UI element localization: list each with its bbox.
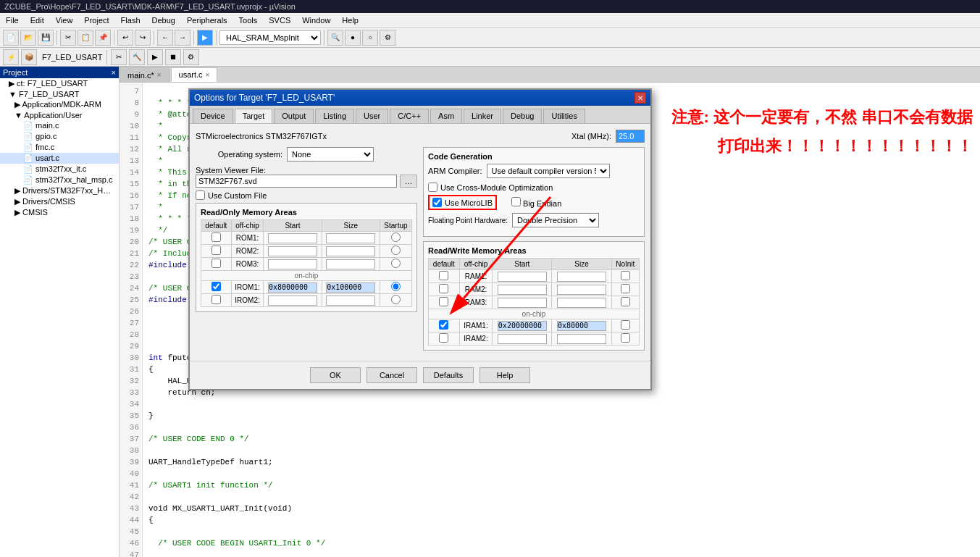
menu-file[interactable]: File bbox=[0, 14, 25, 26]
menu-tools[interactable]: Tools bbox=[233, 14, 264, 26]
menu-edit[interactable]: Edit bbox=[25, 14, 50, 26]
arm-compiler-select[interactable]: Use default compiler version 5 bbox=[487, 164, 610, 178]
tb-paste[interactable]: 📌 bbox=[95, 30, 111, 46]
fp-hw-select[interactable]: Double Precision bbox=[512, 213, 599, 227]
ram3-noinit[interactable] bbox=[621, 297, 630, 306]
defaults-button[interactable]: Defaults bbox=[423, 367, 474, 383]
function-dropdown[interactable]: HAL_SRAM_MspInit bbox=[219, 30, 321, 45]
tb-record[interactable]: ● bbox=[345, 30, 361, 46]
tt-btn1[interactable]: ⚡ bbox=[3, 49, 19, 65]
ok-button[interactable]: OK bbox=[310, 367, 361, 383]
tb-fwd[interactable]: → bbox=[175, 30, 190, 46]
tt-btn2[interactable]: 📦 bbox=[21, 49, 37, 65]
tb-copy[interactable]: 📋 bbox=[78, 30, 93, 46]
irom2-default[interactable] bbox=[212, 295, 221, 304]
rom2-start[interactable] bbox=[268, 246, 317, 256]
menu-debug[interactable]: Debug bbox=[146, 14, 181, 26]
iram2-start[interactable] bbox=[498, 334, 547, 344]
irom2-startup[interactable] bbox=[391, 295, 401, 304]
iram1-start[interactable] bbox=[498, 321, 547, 331]
rom2-size[interactable] bbox=[326, 246, 375, 256]
tb-new[interactable]: 📄 bbox=[3, 30, 19, 46]
rom3-size[interactable] bbox=[326, 259, 375, 269]
xtal-input[interactable] bbox=[616, 130, 645, 143]
iram1-size[interactable] bbox=[557, 321, 606, 331]
ram2-noinit[interactable] bbox=[621, 284, 630, 293]
ram3-default[interactable] bbox=[439, 297, 448, 306]
rom1-default[interactable] bbox=[212, 233, 221, 242]
rom2-default[interactable] bbox=[212, 246, 221, 255]
dtab-target[interactable]: Target bbox=[235, 109, 273, 123]
tt-btn4[interactable]: 🔨 bbox=[129, 49, 145, 65]
dtab-user[interactable]: User bbox=[356, 109, 388, 123]
tb-stop[interactable]: ○ bbox=[362, 30, 378, 46]
microlib-checkbox[interactable] bbox=[432, 198, 442, 207]
tb-undo[interactable]: ↩ bbox=[117, 30, 133, 46]
dtab-asm[interactable]: Asm bbox=[430, 109, 462, 123]
dtab-linker[interactable]: Linker bbox=[464, 109, 501, 123]
iram2-noinit[interactable] bbox=[621, 333, 630, 343]
menu-view[interactable]: View bbox=[50, 14, 79, 26]
ram1-start[interactable] bbox=[498, 272, 547, 282]
menu-svcs[interactable]: SVCS bbox=[263, 14, 296, 26]
cross-module-checkbox[interactable] bbox=[428, 183, 437, 192]
tb-build[interactable]: ▶ bbox=[197, 30, 213, 46]
ram3-size[interactable] bbox=[557, 298, 606, 308]
irom1-default[interactable] bbox=[212, 282, 221, 291]
ram2-default[interactable] bbox=[439, 284, 448, 293]
iram1-default[interactable] bbox=[439, 320, 448, 330]
help-button[interactable]: Help bbox=[479, 367, 530, 383]
tb-cut[interactable]: ✂ bbox=[60, 30, 76, 46]
rom3-startup[interactable] bbox=[391, 259, 401, 268]
menu-help[interactable]: Help bbox=[336, 14, 364, 26]
ram1-size[interactable] bbox=[557, 272, 606, 282]
ram1-noinit[interactable] bbox=[621, 271, 630, 280]
dtab-utilities[interactable]: Utilities bbox=[543, 109, 585, 123]
irom1-startup[interactable] bbox=[391, 282, 401, 291]
big-endian-checkbox[interactable] bbox=[511, 197, 521, 206]
menu-window[interactable]: Window bbox=[296, 14, 336, 26]
tb-redo[interactable]: ↪ bbox=[135, 30, 151, 46]
menu-peripherals[interactable]: Peripherals bbox=[181, 14, 233, 26]
dtab-listing[interactable]: Listing bbox=[315, 109, 354, 123]
svd-browse-btn[interactable]: … bbox=[400, 175, 417, 188]
ram3-start[interactable] bbox=[498, 298, 547, 308]
tb-save[interactable]: 💾 bbox=[38, 30, 54, 46]
tt-btn5[interactable]: ▶ bbox=[147, 49, 163, 65]
tt-sep1 bbox=[106, 50, 107, 64]
tt-btn3[interactable]: ✂ bbox=[111, 49, 127, 65]
ram2-size[interactable] bbox=[557, 285, 606, 295]
tb-search[interactable]: 🔍 bbox=[327, 30, 343, 46]
ram1-default[interactable] bbox=[439, 271, 448, 280]
irom1-start[interactable] bbox=[268, 282, 317, 293]
iram2-default[interactable] bbox=[439, 333, 448, 343]
rom3-start[interactable] bbox=[268, 259, 317, 269]
svd-input[interactable] bbox=[196, 175, 397, 188]
cancel-button[interactable]: Cancel bbox=[367, 367, 417, 383]
tb-options[interactable]: ⚙ bbox=[380, 30, 395, 46]
irom1-size[interactable] bbox=[326, 282, 375, 293]
menu-project[interactable]: Project bbox=[78, 14, 114, 26]
dtab-device[interactable]: Device bbox=[193, 109, 233, 123]
dtab-cpp[interactable]: C/C++ bbox=[390, 109, 429, 123]
tt-btn6[interactable]: ⏹ bbox=[165, 49, 181, 65]
os-select[interactable]: None bbox=[287, 147, 374, 162]
ram2-start[interactable] bbox=[498, 285, 547, 295]
rom1-start[interactable] bbox=[268, 233, 317, 243]
menu-flash[interactable]: Flash bbox=[115, 14, 146, 26]
dtab-output[interactable]: Output bbox=[274, 109, 314, 123]
use-custom-file-checkbox[interactable] bbox=[196, 190, 205, 200]
rom2-startup[interactable] bbox=[391, 246, 401, 255]
dtab-debug[interactable]: Debug bbox=[503, 109, 542, 123]
rom1-startup[interactable] bbox=[391, 233, 401, 242]
iram2-size[interactable] bbox=[557, 334, 606, 344]
irom2-start[interactable] bbox=[268, 296, 317, 306]
tb-back[interactable]: ← bbox=[157, 30, 173, 46]
rom1-size[interactable] bbox=[326, 233, 375, 243]
tb-open[interactable]: 📂 bbox=[20, 30, 36, 46]
tt-btn7[interactable]: ⚙ bbox=[183, 49, 199, 65]
rom3-default[interactable] bbox=[212, 259, 221, 268]
iram1-noinit[interactable] bbox=[621, 320, 630, 330]
irom2-size[interactable] bbox=[326, 296, 375, 306]
dialog-close-button[interactable]: ✕ bbox=[635, 92, 646, 104]
